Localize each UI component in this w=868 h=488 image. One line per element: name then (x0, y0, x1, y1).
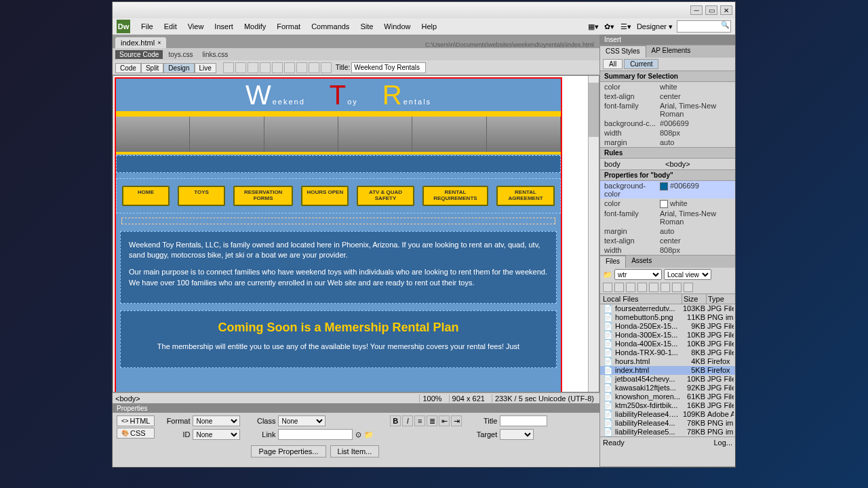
checkout-icon[interactable] (649, 283, 658, 292)
search-input[interactable]: 🔍 (677, 20, 731, 33)
inspect-icon[interactable] (235, 62, 246, 73)
view-select[interactable]: Local view (664, 269, 711, 280)
design-canvas[interactable]: Weekend Toy Rentals HOMETOYSRESERVATION … (113, 75, 599, 392)
css-prop-row[interactable]: colorwhite (600, 199, 735, 209)
file-row[interactable]: 📄homebutton5.png11KBPNG ima (600, 313, 735, 322)
menu-window[interactable]: Window (378, 20, 416, 33)
ul-icon[interactable]: ≡ (414, 415, 425, 426)
page-properties-button[interactable]: Page Properties... (251, 445, 326, 458)
title-attr-input[interactable] (500, 415, 547, 426)
file-row[interactable]: 📄Honda-300Ex-15...10KBJPG File (600, 331, 735, 340)
menu-commands[interactable]: Commands (306, 20, 355, 33)
menu-insert[interactable]: Insert (209, 20, 239, 33)
zoom-indicator[interactable]: 100% (419, 394, 444, 403)
maximize-button[interactable]: ▭ (705, 5, 717, 15)
file-row[interactable]: 📄liabilityRelease4...78KBPNG ima (600, 419, 735, 428)
menu-help[interactable]: Help (416, 20, 442, 33)
related-1[interactable]: toys.css (164, 50, 197, 59)
format-select[interactable]: None (193, 415, 240, 426)
menu-site[interactable]: Site (355, 20, 378, 33)
files-col-type[interactable]: Type (707, 294, 735, 304)
list-item-button[interactable]: List Item... (330, 445, 380, 458)
validate-icon[interactable] (296, 62, 307, 73)
view-design-button[interactable]: Design (163, 63, 194, 73)
link-input[interactable] (278, 429, 353, 440)
menu-modify[interactable]: Modify (239, 20, 271, 33)
sync-icon[interactable] (672, 283, 682, 292)
file-row[interactable]: 📄kawasaki12ftjets...92KBJPG File (600, 384, 735, 392)
nav-home[interactable]: HOME (122, 186, 170, 206)
outdent-icon[interactable]: ⇤ (439, 415, 450, 426)
files-col-name[interactable]: Local Files (600, 294, 682, 304)
file-row[interactable]: 📄index.html5KBFirefox (600, 366, 735, 375)
css-all-button[interactable]: All (603, 59, 623, 69)
file-row[interactable]: 📄knowshon_moren...61KBJPG File (600, 392, 735, 401)
related-2[interactable]: links.css (199, 50, 233, 59)
css-styles-tab[interactable]: CSS Styles (600, 45, 646, 58)
nav-reservation-forms[interactable]: RESERVATION FORMS (233, 186, 293, 206)
file-mgmt-icon[interactable] (272, 62, 283, 73)
view-code-button[interactable]: Code (115, 63, 141, 73)
tag-selector[interactable]: <body> 100% 904 x 621 233K / 5 sec Unico… (113, 392, 599, 403)
nav-rental-agreement[interactable]: RENTAL AGREEMENT (496, 186, 555, 206)
site-select[interactable]: wtr (614, 269, 662, 280)
css-current-button[interactable]: Current (624, 59, 658, 69)
extend-icon[interactable]: ✿▾ (604, 22, 614, 31)
live-view-icon[interactable] (223, 62, 234, 73)
link-point-icon[interactable]: ⊙ (355, 430, 361, 439)
css-summary-row[interactable]: font-familyArial, Times-New Roman (600, 101, 735, 119)
css-prop-row[interactable]: text-aligncenter (600, 236, 735, 245)
css-summary-row[interactable]: text-aligncenter (600, 92, 735, 101)
menu-file[interactable]: File (136, 20, 159, 33)
visual-aids-icon[interactable] (284, 62, 295, 73)
nav-atv-quad-safety[interactable]: ATV & QUAD SAFETY (357, 186, 414, 206)
insert-panel-header[interactable]: Insert (600, 35, 735, 45)
file-row[interactable]: 📄hours.html4KBFirefox (600, 357, 735, 366)
css-summary-row[interactable]: width808px (600, 128, 735, 138)
expand-icon[interactable] (684, 283, 693, 292)
italic-icon[interactable]: I (402, 415, 413, 426)
preview-icon[interactable] (260, 62, 271, 73)
target-select[interactable] (500, 429, 534, 440)
connect-icon[interactable] (603, 283, 612, 292)
html-mode-button[interactable]: <> HTML (117, 415, 155, 426)
css-prop-row[interactable]: background-color#006699 (600, 181, 735, 199)
indent-icon[interactable]: ⇥ (451, 415, 462, 426)
multiscreen-icon[interactable] (248, 62, 258, 73)
files-tab[interactable]: Files (600, 256, 626, 268)
file-row[interactable]: 📄ktm250sx-fdirtbik...16KBJPG File (600, 401, 735, 410)
site-icon[interactable]: ☰▾ (620, 22, 630, 31)
assets-tab[interactable]: Assets (626, 256, 657, 268)
css-mode-button[interactable]: 🎨 CSS (117, 428, 155, 439)
close-tab-icon[interactable]: × (157, 39, 161, 46)
css-prop-row[interactable]: font-familyArial, Times-New Roman (600, 209, 735, 226)
menu-view[interactable]: View (182, 20, 210, 33)
file-row[interactable]: 📄fourseaterredutv...103KBJPG File (600, 304, 735, 313)
file-row[interactable]: 📄jetboat454chevy...10KBJPG File (600, 375, 735, 384)
nav-hours-open[interactable]: HOURS OPEN (301, 186, 349, 206)
nav-toys[interactable]: TOYS (178, 186, 225, 206)
close-button[interactable]: ✕ (720, 5, 732, 15)
checkin-icon[interactable] (660, 283, 670, 292)
css-prop-row[interactable]: marginauto (600, 226, 735, 236)
css-summary-row[interactable]: marginauto (600, 138, 735, 147)
menu-format[interactable]: Format (271, 20, 306, 33)
workspace-switcher[interactable]: Designer ▾ (637, 22, 673, 31)
ap-elements-tab[interactable]: AP Elements (646, 45, 696, 58)
file-row[interactable]: 📄liabilityRelease5...78KBPNG ima (600, 428, 735, 436)
rule-body[interactable]: body<body> (600, 159, 735, 169)
link-browse-icon[interactable]: 📁 (364, 430, 374, 439)
file-row[interactable]: 📄liabilityRelease4.pdf109KBAdobe A (600, 410, 735, 419)
file-row[interactable]: 📄Honda-400Ex-15...10KBJPG File (600, 340, 735, 348)
title-input[interactable] (351, 62, 426, 73)
class-select[interactable]: None (278, 415, 326, 426)
view-split-button[interactable]: Split (141, 63, 163, 73)
nav-rental-requirements[interactable]: RENTAL REQUIREMENTS (422, 186, 488, 206)
ol-icon[interactable]: ≣ (427, 415, 437, 426)
files-log-link[interactable]: Log... (713, 439, 732, 447)
canvas-scrollbar[interactable] (588, 76, 599, 392)
files-col-size[interactable]: Size (682, 294, 707, 304)
bold-icon[interactable]: B (390, 415, 401, 426)
layout-icon[interactable]: ▦▾ (588, 22, 597, 31)
doc-tab-index[interactable]: index.html× (115, 37, 166, 48)
